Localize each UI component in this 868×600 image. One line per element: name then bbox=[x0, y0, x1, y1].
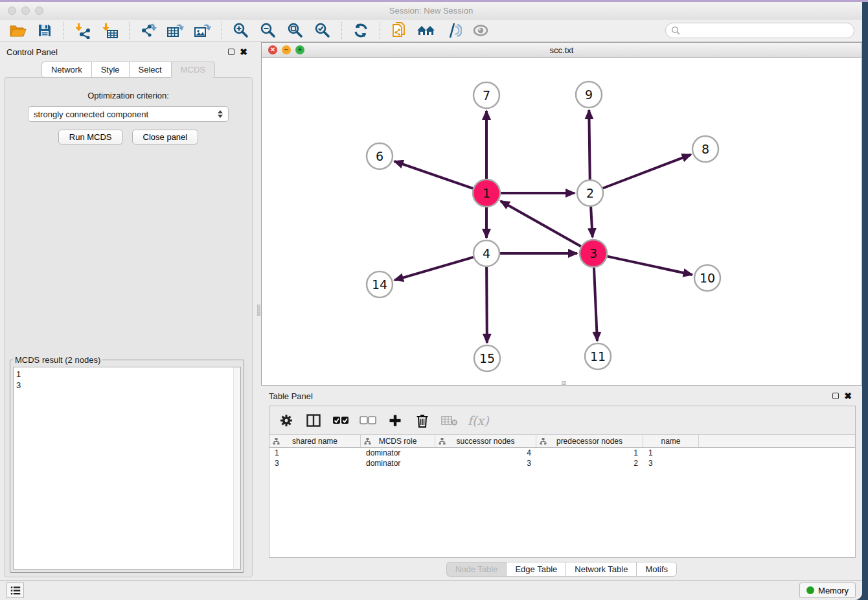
show-hide-eye-button[interactable] bbox=[468, 21, 493, 40]
graph-edge-2-9[interactable] bbox=[589, 110, 589, 179]
tab-style[interactable]: Style bbox=[91, 62, 129, 78]
cell-name[interactable]: 1 bbox=[643, 448, 699, 457]
network-window-titlebar: scc.txt ✕ − + bbox=[262, 43, 862, 58]
graph-edge-1-6[interactable] bbox=[394, 161, 474, 189]
graph-node-label-8: 8 bbox=[702, 142, 709, 156]
tab-motifs[interactable]: Motifs bbox=[636, 562, 677, 577]
copy-network-button[interactable] bbox=[387, 21, 411, 40]
export-table-button[interactable] bbox=[163, 21, 188, 40]
close-table-panel-button[interactable]: ✖ bbox=[841, 393, 854, 399]
tab-network[interactable]: Network bbox=[41, 62, 91, 78]
graph-edge-2-3[interactable] bbox=[591, 207, 593, 237]
mcds-result-area[interactable]: 1 3 bbox=[13, 367, 241, 570]
eye-icon bbox=[472, 23, 490, 38]
import-network-icon bbox=[74, 22, 91, 39]
graph-edge-3-10[interactable] bbox=[608, 257, 692, 275]
table-settings-button[interactable] bbox=[277, 411, 295, 430]
export-image-button[interactable] bbox=[190, 21, 215, 40]
graph-node-label-7: 7 bbox=[483, 88, 490, 102]
network-window-title: scc.txt bbox=[262, 45, 862, 55]
network-graph[interactable]: 7968124314101511 bbox=[262, 58, 862, 384]
tab-select[interactable]: Select bbox=[129, 62, 171, 78]
import-table-button[interactable] bbox=[98, 21, 122, 40]
search-field[interactable] bbox=[665, 23, 854, 38]
zoom-in-button[interactable] bbox=[229, 21, 253, 40]
graph-edge-3-1[interactable] bbox=[501, 201, 581, 246]
network-canvas[interactable]: 7968124314101511 bbox=[262, 58, 862, 385]
import-network-button[interactable] bbox=[71, 21, 95, 40]
graph-node-label-11: 11 bbox=[590, 349, 606, 363]
home-layout-button[interactable] bbox=[414, 21, 439, 40]
splitter-grip[interactable] bbox=[257, 305, 260, 316]
run-mcds-button[interactable]: Run MCDS bbox=[58, 130, 123, 144]
search-input[interactable] bbox=[683, 26, 849, 36]
graph-edge-4-15[interactable] bbox=[486, 267, 487, 343]
toggle-graphics-details-button[interactable] bbox=[441, 21, 466, 40]
cell-mcds-role[interactable]: dominator bbox=[361, 448, 435, 457]
deselect-all-columns-button[interactable] bbox=[359, 411, 377, 430]
zoom-fit-button[interactable] bbox=[283, 21, 308, 40]
cell-shared-name[interactable]: 3 bbox=[269, 459, 361, 468]
toolbar-separator bbox=[380, 22, 380, 39]
panel-splitter[interactable] bbox=[257, 42, 261, 580]
tab-edge-table[interactable]: Edge Table bbox=[506, 562, 565, 577]
workspace-column: scc.txt ✕ − + 7968124314101511 bbox=[261, 42, 862, 580]
graph-edge-2-8[interactable] bbox=[603, 155, 691, 189]
table-row[interactable]: 1 dominator 4 1 1 bbox=[269, 448, 855, 458]
float-panel-button[interactable] bbox=[225, 49, 237, 55]
column-header-predecessor-nodes[interactable]: predecessor nodes bbox=[536, 435, 643, 447]
split-columns-button[interactable] bbox=[304, 411, 323, 430]
plus-icon bbox=[389, 414, 402, 427]
close-panel-button-mcds[interactable]: Close panel bbox=[132, 130, 199, 144]
unchecked-boxes-icon bbox=[360, 416, 376, 425]
open-session-button[interactable] bbox=[5, 21, 30, 40]
export-network-button[interactable] bbox=[136, 21, 161, 40]
column-label: shared name bbox=[292, 437, 337, 446]
close-network-button[interactable]: ✕ bbox=[268, 45, 277, 54]
tab-mcds[interactable]: MCDS bbox=[171, 62, 215, 78]
graph-node-label-15: 15 bbox=[479, 351, 495, 365]
cell-successor-nodes[interactable]: 3 bbox=[435, 459, 536, 468]
cell-mcds-role[interactable]: dominator bbox=[361, 459, 435, 468]
cell-predecessor-nodes[interactable]: 2 bbox=[536, 459, 643, 468]
graph-node-label-10: 10 bbox=[700, 271, 715, 285]
column-header-mcds-role[interactable]: MCDS role bbox=[361, 435, 435, 447]
add-column-button[interactable] bbox=[386, 411, 404, 430]
column-header-shared-name[interactable]: shared name bbox=[269, 435, 361, 447]
zoom-out-button[interactable] bbox=[256, 21, 280, 40]
task-history-button[interactable] bbox=[6, 583, 24, 598]
maximize-network-button[interactable]: + bbox=[295, 45, 304, 54]
delete-column-button[interactable] bbox=[413, 411, 431, 430]
optimization-criterion-label: Optimization criterion: bbox=[5, 91, 252, 100]
graph-node-label-2: 2 bbox=[586, 186, 594, 200]
mcds-result-title: MCDS result (2 nodes) bbox=[13, 355, 102, 365]
graph-edge-3-11[interactable] bbox=[594, 268, 597, 341]
float-table-panel-button[interactable] bbox=[830, 393, 841, 399]
network-resize-grip[interactable] bbox=[562, 381, 566, 385]
close-panel-button[interactable]: ✖ bbox=[237, 49, 250, 55]
result-scrollbar[interactable] bbox=[233, 367, 240, 569]
save-floppy-icon bbox=[37, 23, 52, 38]
memory-button[interactable]: Memory bbox=[799, 583, 856, 598]
select-all-columns-button[interactable] bbox=[332, 411, 350, 430]
cell-predecessor-nodes[interactable]: 1 bbox=[536, 448, 643, 457]
main-area: Control Panel ✖ Network Style Select MCD… bbox=[0, 42, 862, 580]
control-panel: Control Panel ✖ Network Style Select MCD… bbox=[0, 42, 257, 580]
tab-node-table[interactable]: Node Table bbox=[446, 562, 507, 577]
zoom-selected-button[interactable] bbox=[310, 21, 335, 40]
minimize-network-button[interactable]: − bbox=[282, 45, 291, 54]
tab-network-table[interactable]: Network Table bbox=[565, 562, 636, 577]
mcds-tab-content: Optimization criterion: strongly connect… bbox=[4, 77, 253, 577]
column-header-name[interactable]: name bbox=[643, 435, 699, 447]
refresh-network-button[interactable] bbox=[348, 21, 373, 40]
column-header-successor-nodes[interactable]: successor nodes bbox=[435, 435, 536, 447]
optimization-criterion-select[interactable]: strongly connected component bbox=[28, 106, 229, 122]
graph-edge-4-14[interactable] bbox=[394, 257, 474, 280]
memory-status-icon bbox=[806, 586, 814, 594]
save-session-button[interactable] bbox=[32, 21, 57, 40]
cell-shared-name[interactable]: 1 bbox=[269, 448, 361, 457]
cell-name[interactable]: 3 bbox=[643, 459, 699, 468]
cell-successor-nodes[interactable]: 4 bbox=[435, 448, 536, 457]
home-icon bbox=[417, 23, 436, 38]
table-row[interactable]: 3 dominator 3 2 3 bbox=[269, 458, 855, 468]
